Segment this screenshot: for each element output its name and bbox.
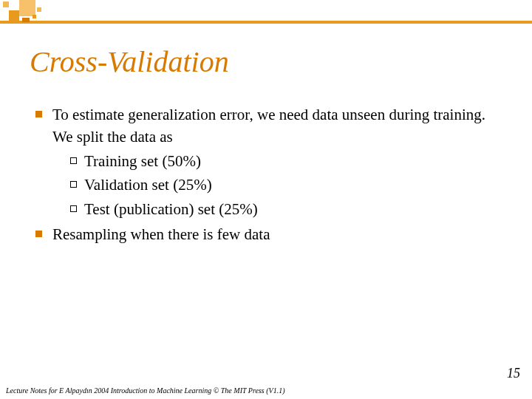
sub-bullet-text: Training set (50%): [84, 150, 201, 172]
header-decoration: [0, 0, 532, 30]
slide-title: Cross-Validation: [30, 44, 229, 79]
svg-rect-1: [19, 0, 35, 16]
svg-rect-4: [37, 7, 41, 12]
square-bullet-icon: [35, 111, 42, 117]
sub-bullet-text: Test (publication) set (25%): [84, 198, 258, 220]
square-outline-icon: [70, 157, 77, 164]
bullet-item: Resampling when there is few data: [35, 223, 508, 245]
sub-bullet-item: Validation set (25%): [70, 174, 508, 196]
svg-rect-6: [22, 18, 30, 22]
bullet-text: To estimate generalization error, we nee…: [52, 106, 485, 146]
sub-bullet-text: Validation set (25%): [84, 174, 212, 196]
slide-body: To estimate generalization error, we nee…: [35, 103, 508, 248]
bullet-item: To estimate generalization error, we nee…: [35, 103, 508, 220]
square-outline-icon: [70, 181, 77, 188]
footer-text: Lecture Notes for E Alpaydın 2004 Introd…: [6, 386, 284, 395]
square-bullet-icon: [35, 231, 42, 237]
page-number: 15: [507, 366, 520, 381]
svg-rect-2: [9, 10, 19, 21]
sub-bullet-item: Training set (50%): [70, 150, 508, 172]
svg-rect-5: [33, 15, 36, 18]
sub-bullet-item: Test (publication) set (25%): [70, 198, 508, 220]
square-outline-icon: [70, 205, 77, 212]
bullet-text: Resampling when there is few data: [52, 225, 270, 243]
svg-rect-0: [0, 21, 532, 24]
svg-rect-3: [3, 1, 9, 7]
